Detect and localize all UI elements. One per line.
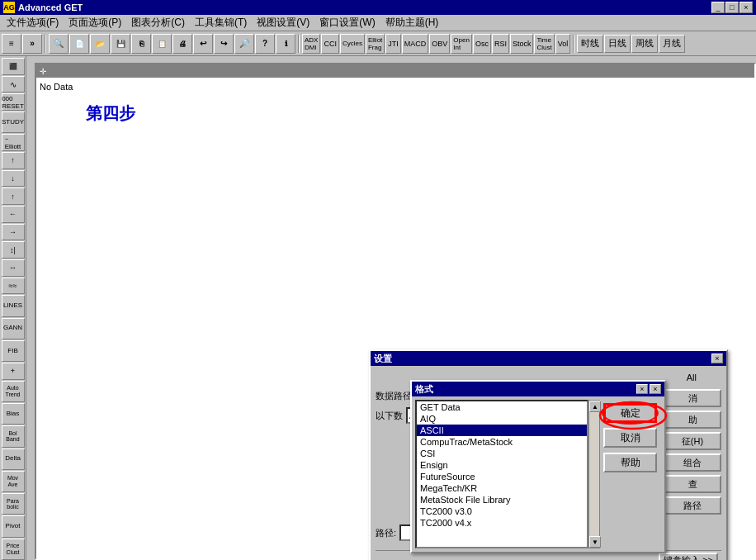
sidebar-lines[interactable]: LINES (2, 295, 25, 316)
toolbar-btn-info[interactable]: ℹ (276, 34, 295, 54)
svg-point-0 (600, 402, 666, 429)
toolbar-btn-open[interactable]: 📂 (90, 34, 110, 54)
format-titlebar: 格式 × × (412, 382, 664, 396)
format-list-item[interactable]: CompuTrac/MetaStock (417, 436, 587, 448)
sidebar-wave[interactable]: ≈≈ (2, 278, 25, 295)
format-list-item[interactable]: ASCII (417, 425, 587, 436)
toolbar-btn-print[interactable]: 🖨 (172, 34, 192, 54)
menu-view[interactable]: 视图设置(V) (252, 14, 314, 31)
sidebar-gann[interactable]: GANN (2, 318, 25, 339)
format-list-item[interactable]: FutureSource (417, 471, 587, 482)
toolbar-btn-paste[interactable]: 📋 (152, 34, 172, 54)
toolbar-obv[interactable]: OBV (429, 34, 450, 54)
sidebar-movave[interactable]: MovAve (2, 471, 25, 492)
close-button[interactable]: × (739, 2, 753, 13)
settings-check-btn[interactable]: 查 (664, 475, 721, 493)
sidebar-elliott[interactable]: ~Elliott (2, 134, 25, 151)
settings-cancel-btn[interactable]: 消 (664, 389, 721, 407)
sidebar-updown[interactable]: ↕| (2, 241, 25, 259)
period-week[interactable]: 周线 (631, 35, 658, 53)
toolbar: ≡ » 🔍 📄 📂 💾 ⎘ 📋 🖨 ↩ ↪ 🔎 ? ℹ ADXDMI CCI C… (0, 31, 756, 56)
settings-combine-btn[interactable]: 组合 (664, 453, 721, 472)
menu-file[interactable]: 文件选项(F) (2, 14, 64, 31)
menu-page[interactable]: 页面选项(P) (64, 14, 126, 31)
toolbar-btn-new[interactable]: 📄 (69, 34, 89, 54)
menu-help[interactable]: 帮助主题(H) (380, 14, 444, 31)
toolbar-stock[interactable]: Stock (510, 34, 534, 54)
sidebar-study[interactable]: STUDY (2, 112, 25, 133)
path-label: 路径: (376, 527, 396, 539)
toolbar-openint[interactable]: OpenInt (451, 34, 472, 54)
keyboard-input-button[interactable]: 键盘输入 >> (659, 553, 718, 561)
toolbar-timeclust[interactable]: TimeClust (534, 34, 554, 54)
toolbar-btn-search[interactable]: 🔍 (49, 34, 69, 54)
format-list-item[interactable]: GET Data (417, 401, 587, 413)
sidebar-left[interactable]: ← (2, 206, 25, 223)
sidebar-leftright[interactable]: ↔ (2, 259, 25, 277)
toolbar-btn-redo[interactable]: ↪ (214, 34, 234, 54)
sidebar-btn-1[interactable]: ⬛ (2, 58, 25, 75)
toolbar-btn-quote[interactable]: » (22, 34, 42, 54)
format-close-button[interactable]: × (636, 384, 648, 394)
sidebar-up1[interactable]: ↑ (2, 152, 25, 169)
sidebar-autotrend[interactable]: AutoTrend (2, 381, 25, 402)
sidebar-up2[interactable]: ↑ (2, 187, 25, 205)
toolbar-jti[interactable]: JTI (385, 34, 401, 54)
format-list-item[interactable]: Ensign (417, 459, 587, 471)
toolbar-btn-save[interactable]: 💾 (111, 34, 130, 54)
format-list-item[interactable]: TC2000 v3.0 (417, 505, 587, 517)
toolbar-btn-copy[interactable]: ⎘ (131, 34, 151, 54)
sidebar-right[interactable]: → (2, 224, 25, 241)
settings-help-btn[interactable]: 助 (664, 411, 721, 429)
sidebar-btn-2[interactable]: ∿ (2, 76, 25, 93)
sidebar-priceclust[interactable]: PriceClust (2, 539, 25, 560)
menu-chart[interactable]: 图表分析(C) (126, 14, 190, 31)
period-day[interactable]: 日线 (604, 35, 631, 53)
menu-tools[interactable]: 工具集锦(T) (190, 14, 252, 31)
maximize-button[interactable]: □ (725, 2, 739, 13)
format-list-item[interactable]: CSI (417, 448, 587, 459)
period-month[interactable]: 月线 (659, 35, 685, 53)
format-list-item[interactable]: MetaStock File Library (417, 494, 587, 505)
settings-close-button[interactable]: × (711, 354, 723, 363)
format-close-button-2[interactable]: × (650, 384, 661, 394)
menu-bar: 文件选项(F) 页面选项(P) 图表分析(C) 工具集锦(T) 视图设置(V) … (0, 15, 756, 31)
format-list-item[interactable]: MegaTech/KR (417, 482, 587, 494)
period-hour[interactable]: 时线 (577, 35, 603, 53)
toolbar-btn-menu[interactable]: ≡ (2, 34, 21, 54)
sidebar-fib[interactable]: FIB (2, 340, 25, 362)
sidebar-bolband[interactable]: BolBand (2, 425, 25, 447)
sidebar-pivot[interactable]: Pivot (2, 515, 25, 537)
minimize-button[interactable]: _ (711, 2, 725, 13)
toolbar-vol[interactable]: Vol (555, 34, 571, 54)
format-confirm-button[interactable]: 确定 (603, 403, 657, 423)
scroll-track[interactable] (589, 412, 599, 536)
scroll-up[interactable]: ▲ (589, 401, 601, 412)
toolbar-adx[interactable]: ADXDMI (302, 34, 320, 54)
sidebar-down1[interactable]: ↓ (2, 170, 25, 187)
sidebar-btn-3[interactable]: 000RESET (2, 93, 25, 111)
toolbar-macd[interactable]: MACD (402, 34, 429, 54)
settings-path-btn[interactable]: 路径 (664, 496, 721, 515)
toolbar-btn-undo[interactable]: ↩ (193, 34, 213, 54)
toolbar-cycles[interactable]: Cycles (340, 34, 365, 54)
format-cancel-button[interactable]: 取消 (603, 428, 657, 448)
scroll-down[interactable]: ▼ (589, 536, 601, 548)
sidebar-bias[interactable]: Bias (2, 403, 25, 425)
toolbar-elliot[interactable]: ElliotFrag (366, 34, 385, 54)
toolbar-sep-2 (298, 35, 300, 53)
toolbar-btn-help[interactable]: ? (255, 34, 275, 54)
format-list-item[interactable]: AIQ (417, 413, 587, 425)
sidebar-parabolic[interactable]: Parabolic (2, 493, 25, 515)
sidebar-delta[interactable]: Delta (2, 448, 25, 470)
toolbar-btn-zoom[interactable]: 🔎 (234, 34, 254, 54)
format-list-item[interactable]: TC2000 v4.x (417, 517, 587, 529)
menu-window[interactable]: 窗口设置(W) (314, 14, 380, 31)
toolbar-rsi[interactable]: RSI (492, 34, 509, 54)
toolbar-cci[interactable]: CCI (321, 34, 339, 54)
settings-stretch-btn[interactable]: 征(H) (664, 432, 721, 450)
format-help-button[interactable]: 帮助 (603, 453, 657, 472)
toolbar-osc[interactable]: Osc (473, 34, 491, 54)
format-list-section: GET DataAIQASCIICompuTrac/MetaStockCSIEn… (415, 400, 600, 548)
sidebar-plus[interactable]: + (2, 363, 25, 380)
